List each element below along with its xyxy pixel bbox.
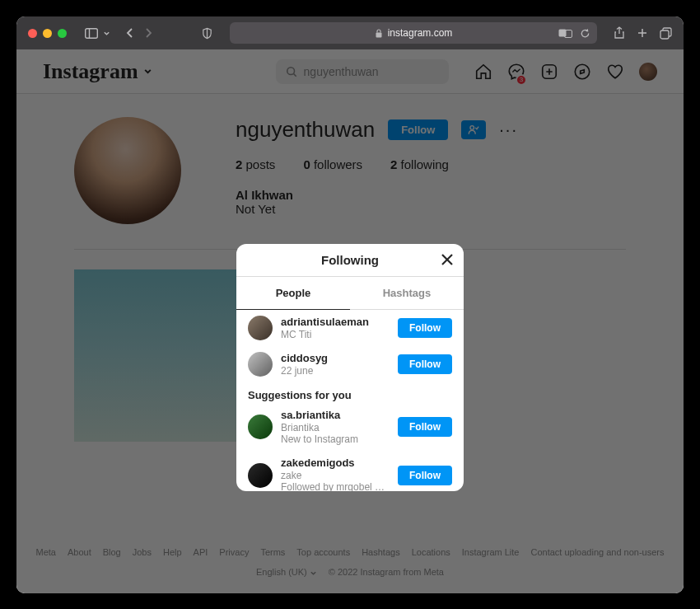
maximize-window-button[interactable] (58, 29, 67, 38)
sidebar-icon[interactable] (85, 28, 98, 39)
shield-icon[interactable] (201, 27, 213, 40)
subtitle: MC Titi (281, 329, 390, 340)
svg-rect-0 (86, 28, 98, 38)
url-text: instagram.com (388, 27, 453, 39)
subtitle: zake (281, 470, 390, 481)
avatar[interactable] (248, 316, 273, 340)
tab-hashtags[interactable]: Hashtags (350, 277, 464, 309)
new-tab-icon[interactable] (637, 26, 648, 40)
avatar[interactable] (248, 463, 273, 488)
modal-tabs: People Hashtags (236, 277, 464, 310)
follow-button[interactable]: Follow (398, 466, 452, 485)
minimize-window-button[interactable] (43, 29, 52, 38)
following-modal: Following People Hashtags adriantisulaem… (236, 244, 464, 491)
username[interactable]: ciddosyg (281, 352, 390, 365)
page-content: Instagram nguyenthuwan 3 (16, 49, 684, 593)
subtitle: 22 june (281, 365, 390, 377)
username[interactable]: sa.briantika (281, 409, 390, 422)
following-row: ciddosyg 22 june Follow (236, 346, 464, 382)
browser-window: instagram.com (16, 16, 684, 593)
svg-rect-8 (660, 30, 669, 39)
modal-title: Following (321, 253, 379, 267)
close-icon (439, 251, 455, 268)
suggestion-row: zakedemigods zake Followed by mrgobel + … (236, 451, 464, 491)
suggestions-header: Suggestions for you (236, 382, 464, 403)
address-bar[interactable]: instagram.com (230, 22, 597, 44)
forward-button[interactable] (143, 27, 153, 39)
avatar[interactable] (248, 415, 273, 439)
follow-button[interactable]: Follow (398, 318, 452, 338)
svg-rect-3 (376, 32, 381, 37)
following-row: adriantisulaeman MC Titi Follow (236, 310, 464, 346)
username[interactable]: zakedemigods (281, 457, 390, 470)
chevron-down-icon[interactable] (103, 30, 110, 37)
titlebar: instagram.com (16, 16, 684, 49)
close-button[interactable] (439, 251, 455, 268)
lock-icon (375, 29, 383, 38)
avatar[interactable] (248, 352, 273, 377)
tab-people[interactable]: People (236, 277, 350, 310)
suggestion-row: sa.briantika Briantika New to Instagram … (236, 403, 464, 451)
tabs-icon[interactable] (660, 26, 672, 40)
close-window-button[interactable] (28, 29, 37, 38)
modal-list[interactable]: adriantisulaeman MC Titi Follow ciddosyg… (236, 310, 464, 491)
subtitle: Briantika (281, 422, 390, 433)
modal-header: Following (236, 244, 464, 277)
traffic-lights (28, 29, 67, 38)
username[interactable]: adriantisulaeman (281, 316, 390, 329)
follow-button[interactable]: Follow (398, 354, 452, 374)
translate-icon[interactable] (558, 28, 573, 39)
back-button[interactable] (125, 27, 135, 39)
follow-button[interactable]: Follow (398, 417, 452, 437)
share-icon[interactable] (614, 26, 625, 40)
reload-icon[interactable] (580, 28, 590, 39)
subtitle2: Followed by mrgobel + 1 more (281, 481, 390, 491)
subtitle2: New to Instagram (281, 433, 390, 445)
